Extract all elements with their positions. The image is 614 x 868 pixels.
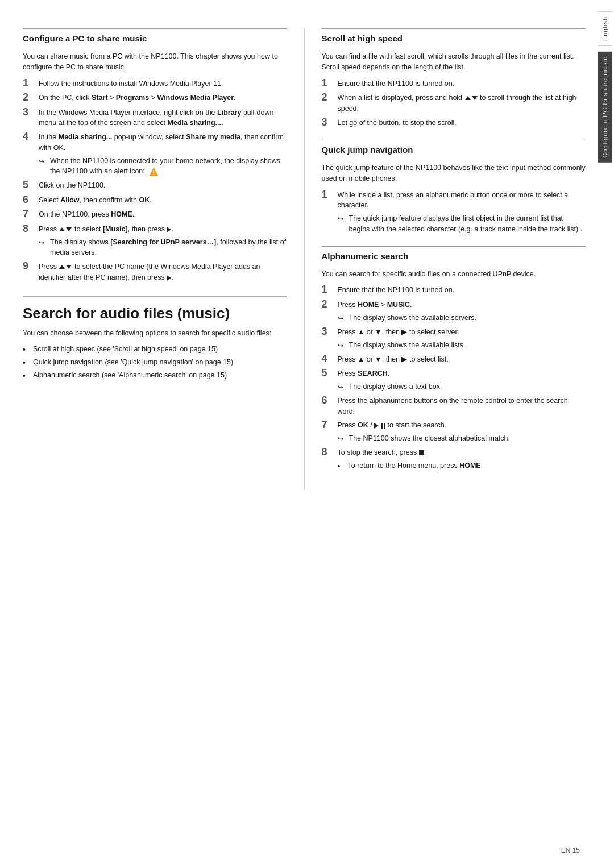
configure-step-1: 1 Follow the instructions to install Win… <box>23 78 287 90</box>
alpha-step-7-content: Press OK / to start the search. ↪ The NP… <box>338 420 586 444</box>
scroll-num-3: 3 <box>322 117 338 129</box>
play-icon-7a <box>374 423 379 429</box>
alpha-step-3-content: Press ▲ or ▼, then ▶ to select server. ↪… <box>338 327 586 351</box>
alpha-step-4-content: Press ▲ or ▼, then ▶ to select list. <box>338 354 586 365</box>
scroll-step-1: 1 Ensure that the NP1100 is turned on. <box>322 78 586 90</box>
alphanumeric-section: Alphanumeric search You can search for s… <box>322 246 586 478</box>
step-num-1: 1 <box>23 77 39 90</box>
step-6-content: Select Allow, then confirm with OK. <box>39 195 287 206</box>
bullet-dot-3: • <box>23 370 33 382</box>
configure-step-8: 8 Press to select [Music], then press . … <box>23 224 287 258</box>
step-num-2: 2 <box>23 92 39 104</box>
scroll-step-2-content: When a list is displayed, press and hold… <box>338 93 586 114</box>
alphanumeric-section-intro: You can search for specific audio files … <box>322 269 586 280</box>
alert-icon-4 <box>149 167 158 176</box>
bullet-dot-1: • <box>23 344 33 356</box>
quickjump-step-1-subarrow-text: The quick jump feature displays the firs… <box>349 213 586 235</box>
triangle-up-s2a <box>465 96 471 100</box>
arrow-sym-qj1: ↪ <box>338 214 347 224</box>
arrow-sym-8: ↪ <box>39 238 48 248</box>
alpha-step-2-content: Press HOME > MUSIC. ↪ The display shows … <box>338 300 586 323</box>
alpha-step-1-content: Ensure that the NP1100 is turned on. <box>338 285 586 296</box>
step-7-content: On the NP1100, press HOME. <box>39 209 287 220</box>
alpha-step-3: 3 Press ▲ or ▼, then ▶ to select server.… <box>322 327 586 351</box>
quickjump-step-1-subarrow: ↪ The quick jump feature displays the fi… <box>338 213 586 235</box>
search-bullet-2-text: Quick jump navigation (see 'Quick jump n… <box>33 357 233 368</box>
step-9-content: Press to select the PC name (the Windows… <box>39 261 287 283</box>
quickjump-num-1: 1 <box>322 189 338 201</box>
step-num-8: 8 <box>23 223 39 235</box>
scroll-step-3-content: Let go of the button, to stop the scroll… <box>338 118 586 128</box>
triangle-up-8 <box>59 227 65 231</box>
alpha-step-5-subarrow: ↪ The display shows a text box. <box>338 381 586 392</box>
pause-bar1 <box>381 423 383 429</box>
scroll-section: Scroll at high speed You can find a file… <box>322 28 586 128</box>
step-8-subarrow-text: The display shows [Searching for UPnP se… <box>50 237 287 259</box>
step-4-content: In the Media sharing... pop-up window, s… <box>39 132 287 177</box>
scroll-num-2: 2 <box>322 92 338 104</box>
arrow-sym-a2: ↪ <box>338 313 347 323</box>
arrow-sym-a5: ↪ <box>338 382 347 392</box>
search-bullet-3: • Alphanumeric search (see 'Alphanumeric… <box>23 370 287 382</box>
left-column: Configure a PC to share music You can sh… <box>23 28 305 489</box>
triangle-down-8 <box>66 227 72 231</box>
alpha-step-7-subarrow-text: The NP1100 shows the closest alphabetica… <box>349 433 511 444</box>
scroll-section-title: Scroll at high speed <box>322 28 586 47</box>
alpha-num-7: 7 <box>322 419 338 431</box>
alpha-step-8-content: To stop the search, press . • To return … <box>338 447 586 478</box>
step-8-content: Press to select [Music], then press . ↪ … <box>39 224 287 258</box>
alpha-step-6: 6 Press the alphanumeric buttons on the … <box>322 396 586 417</box>
alpha-step-2-subarrow: ↪ The display shows the available server… <box>338 313 586 323</box>
page: English Configure a PC to share music Co… <box>0 0 614 868</box>
step-num-3: 3 <box>23 106 39 119</box>
scroll-step-3: 3 Let go of the button, to stop the scro… <box>322 118 586 129</box>
configure-step-2: 2 On the PC, click Start > Programs > Wi… <box>23 93 287 104</box>
step-4-subarrow-text: When the NP1100 is connected to your hom… <box>50 156 287 177</box>
step-num-9: 9 <box>23 260 39 273</box>
configure-step-5: 5 Click on the NP1100. <box>23 180 287 192</box>
quickjump-step-1: 1 While inside a list, press an alphanum… <box>322 190 586 235</box>
arrow-sym-4: ↪ <box>39 156 48 167</box>
search-section-intro: You can choose between the following opt… <box>23 328 287 339</box>
scroll-num-1: 1 <box>322 77 338 90</box>
alpha-num-3: 3 <box>322 326 338 338</box>
top-two-col: Configure a PC to share music You can sh… <box>23 28 586 489</box>
stop-icon-8 <box>419 450 424 455</box>
scroll-section-intro: You can find a file with fast scroll, wh… <box>322 51 586 73</box>
alpha-step-2-subarrow-text: The display shows the available servers. <box>349 313 476 323</box>
quickjump-step-1-content: While inside a list, press an alphanumer… <box>338 190 586 235</box>
alpha-step-8: 8 To stop the search, press . • To retur… <box>322 447 586 478</box>
step-2-content: On the PC, click Start > Programs > Wind… <box>39 93 287 103</box>
configure-step-9: 9 Press to select the PC name (the Windo… <box>23 261 287 283</box>
step-5-content: Click on the NP1100. <box>39 180 287 191</box>
configure-step-3: 3 In the Windows Media Player interface,… <box>23 107 287 129</box>
configure-step-6: 6 Select Allow, then confirm with OK. <box>23 195 287 206</box>
search-bullets-list: • Scroll at high speec (see 'Scroll at h… <box>23 344 287 382</box>
step-8-subarrow: ↪ The display shows [Searching for UPnP … <box>39 237 287 259</box>
quickjump-section: Quick jump navigation The quick jump fea… <box>322 140 586 235</box>
configure-tab-label: Configure a PC to share music <box>598 52 612 163</box>
alphanumeric-section-title: Alphanumeric search <box>322 246 586 264</box>
scroll-steps-list: 1 Ensure that the NP1100 is turned on. 2… <box>322 78 586 129</box>
quickjump-section-intro: The quick jump feature of the NP1100 beh… <box>322 163 586 184</box>
pause-bar2 <box>384 423 385 429</box>
right-column: Scroll at high speed You can find a file… <box>305 28 586 489</box>
step-num-5: 5 <box>23 179 39 192</box>
configure-steps-list: 1 Follow the instructions to install Win… <box>23 78 287 283</box>
alpha-step-8-bullet-1: • To return to the Home menu, press HOME… <box>338 460 586 472</box>
page-number: EN 15 <box>561 846 580 854</box>
alpha-step-3-subarrow-text: The display shows the available lists. <box>349 340 466 351</box>
side-tab: English Configure a PC to share music <box>596 0 614 868</box>
step-4-subarrow: ↪ When the NP1100 is connected to your h… <box>39 156 287 177</box>
triangle-down-s2b <box>472 96 478 100</box>
alpha-step-8-bullets: • To return to the Home menu, press HOME… <box>338 460 586 472</box>
scroll-step-1-content: Ensure that the NP1100 is turned on. <box>338 78 586 89</box>
play-icon-8 <box>167 227 171 232</box>
bullet-dot-8-1: • <box>338 460 348 472</box>
search-bullet-1-text: Scroll at high speec (see 'Scroll at hig… <box>33 344 218 355</box>
arrow-sym-a7: ↪ <box>338 434 347 444</box>
search-bullet-3-text: Alphanumeric search (see 'Alphanumeric s… <box>33 370 227 381</box>
english-tab-label: English <box>598 11 612 46</box>
alpha-num-6: 6 <box>322 394 338 407</box>
step-1-content: Follow the instructions to install Windo… <box>39 78 287 89</box>
